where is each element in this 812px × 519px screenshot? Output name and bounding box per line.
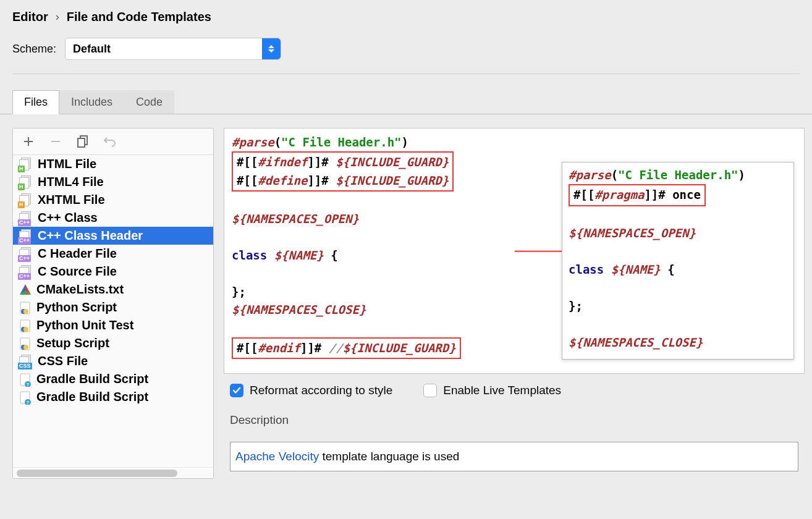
highlight-box: #[[#pragma]]# once — [569, 184, 706, 206]
python-file-icon — [19, 337, 32, 350]
file-item[interactable]: C++C Source File — [13, 263, 213, 281]
horizontal-scrollbar[interactable] — [13, 467, 213, 478]
scheme-row: Scheme: Default — [12, 38, 800, 60]
highlight-box: #[[#endif]]# //${INCLUDE_GUARD} — [232, 337, 461, 359]
file-item-label: XHTML File — [38, 193, 105, 207]
tabs: Files Includes Code — [0, 90, 812, 114]
remove-icon — [49, 135, 62, 148]
file-item-label: CSS File — [38, 354, 88, 368]
code-token: ${INCLUDE_GUARD} — [336, 174, 449, 187]
file-item-label: C Header File — [38, 247, 117, 261]
description-text: template language is used — [319, 450, 459, 463]
file-item-label: C Source File — [38, 264, 117, 279]
gradle-file-icon: ? — [19, 391, 32, 403]
chevron-updown-icon — [262, 38, 281, 59]
file-stack-icon: C++ — [19, 211, 33, 225]
add-icon[interactable] — [22, 135, 35, 148]
code-token: ) — [738, 168, 745, 182]
file-item[interactable]: C++C++ Class Header — [13, 227, 213, 245]
content: HHTML File HHTML4 File HXHTML File C++C+… — [0, 114, 812, 486]
code-token: #endif — [258, 341, 300, 355]
undo-icon — [103, 135, 117, 148]
file-item[interactable]: Python Unit Test — [13, 316, 213, 334]
file-item[interactable]: ? Gradle Build Script — [13, 370, 213, 388]
breadcrumb: Editor › File and Code Templates — [12, 10, 800, 24]
file-item-label: Python Script — [36, 300, 117, 314]
file-item-label: Python Unit Test — [36, 318, 133, 332]
checkbox-checked-icon — [230, 384, 243, 397]
file-item[interactable]: CSSCSS File — [13, 352, 213, 370]
code-token: ]]# once — [644, 188, 701, 201]
template-result-overlay: #parse("C File Header.h") #[[#pragma]]# … — [562, 162, 794, 360]
file-item[interactable]: C++C Header File — [13, 245, 213, 263]
file-list[interactable]: HHTML File HHTML4 File HXHTML File C++C+… — [13, 155, 213, 467]
scheme-label: Scheme: — [12, 43, 56, 56]
options-row: Reformat according to style Enable Live … — [224, 382, 805, 397]
file-item[interactable]: HHTML File — [13, 155, 213, 173]
file-item-label: CMakeLists.txt — [36, 282, 124, 297]
file-item-label: C++ Class — [38, 211, 98, 225]
checkbox-label: Reformat according to style — [250, 384, 392, 397]
file-item[interactable]: ? Gradle Build Script — [13, 388, 213, 406]
code-token: "C File Header.h" — [618, 168, 738, 182]
code-token: #[[ — [573, 188, 594, 201]
code-token: #[[ — [237, 341, 258, 355]
svg-text:?: ? — [27, 400, 29, 405]
file-stack-icon: C++ — [19, 247, 33, 261]
highlight-box: #[[#ifndef]]# ${INCLUDE_GUARD} #[[#defin… — [232, 151, 454, 192]
checkbox-unchecked-icon — [423, 384, 437, 397]
code-token: ${INCLUDE_GUARD} — [343, 341, 456, 355]
breadcrumb-parent[interactable]: Editor — [12, 10, 48, 24]
file-stack-icon: H — [19, 175, 33, 189]
code-token: ${NAME} — [274, 248, 324, 262]
code-token: ${NAMESPACES_OPEN} — [232, 212, 359, 226]
file-item[interactable]: CMakeLists.txt — [13, 281, 213, 298]
file-item[interactable]: Python Script — [13, 298, 213, 316]
breadcrumb-page: File and Code Templates — [67, 10, 211, 24]
file-item[interactable]: HHTML4 File — [13, 173, 213, 191]
description-label: Description — [224, 413, 805, 427]
code-token: }; — [232, 285, 246, 298]
file-item[interactable]: HXHTML File — [13, 191, 213, 209]
copy-icon[interactable] — [76, 135, 90, 148]
scrollbar-thumb[interactable] — [17, 470, 177, 477]
reformat-checkbox[interactable]: Reformat according to style — [230, 384, 392, 397]
code-token: ]]# — [300, 341, 329, 355]
python-file-icon — [19, 302, 32, 314]
scheme-select[interactable]: Default — [65, 38, 281, 60]
svg-rect-1 — [78, 138, 85, 147]
divider — [12, 74, 800, 74]
gradle-file-icon: ? — [19, 373, 32, 386]
code-token: #parse — [569, 168, 611, 182]
template-editor[interactable]: #parse("C File Header.h") #[[#ifndef]]# … — [224, 128, 805, 374]
file-item-label: Gradle Build Script — [36, 390, 148, 404]
file-item-label: Gradle Build Script — [36, 372, 148, 386]
code-token: class — [232, 248, 274, 262]
file-toolbar — [13, 129, 213, 155]
code-token: ) — [402, 135, 408, 149]
svg-point-14 — [23, 345, 28, 350]
tab-includes[interactable]: Includes — [59, 90, 124, 114]
file-stack-icon: C++ — [19, 229, 33, 243]
apache-velocity-link[interactable]: Apache Velocity — [235, 450, 319, 463]
file-item[interactable]: Setup Script — [13, 334, 213, 352]
code-token: ${NAME} — [611, 263, 661, 276]
code-token: ( — [274, 135, 281, 149]
code-token: #define — [258, 174, 307, 187]
checkbox-label: Enable Live Templates — [443, 384, 561, 397]
file-item[interactable]: C++C++ Class — [13, 209, 213, 227]
python-file-icon — [19, 319, 32, 332]
svg-point-11 — [23, 327, 28, 332]
code-token: #[[ — [237, 155, 258, 169]
file-stack-icon: H — [19, 158, 33, 171]
code-token: ${NAMESPACES_OPEN} — [569, 226, 696, 240]
template-editor-column: #parse("C File Header.h") #[[#ifndef]]# … — [224, 128, 805, 471]
tab-files[interactable]: Files — [12, 90, 59, 114]
live-templates-checkbox[interactable]: Enable Live Templates — [423, 384, 561, 397]
tab-code[interactable]: Code — [124, 90, 174, 114]
settings-header: Editor › File and Code Templates Scheme:… — [0, 0, 812, 82]
file-item-label: Setup Script — [36, 336, 109, 350]
code-token: #pragma — [594, 188, 644, 201]
file-stack-icon: H — [19, 193, 33, 207]
code-token: #parse — [232, 135, 274, 149]
